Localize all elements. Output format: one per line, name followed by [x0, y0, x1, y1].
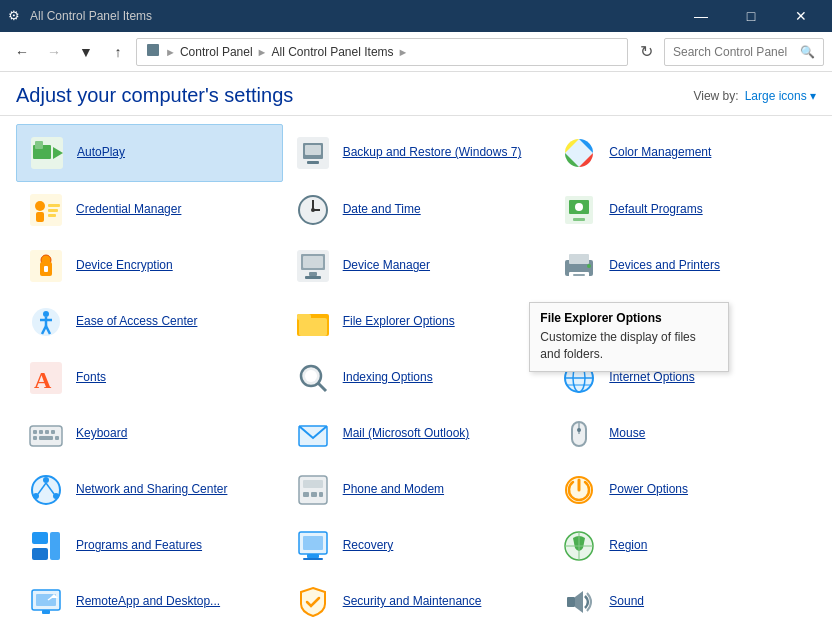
- phone-modem-icon: [293, 470, 333, 510]
- control-item-fonts[interactable]: AFonts: [16, 350, 283, 406]
- recovery-label: Recovery: [343, 538, 394, 554]
- control-item-default-programs[interactable]: Default Programs: [549, 182, 816, 238]
- control-item-backup-restore[interactable]: Backup and Restore (Windows 7): [283, 124, 550, 182]
- svg-rect-92: [303, 558, 323, 560]
- control-item-file-history[interactable]: File History: [549, 294, 816, 350]
- breadcrumb-control-panel[interactable]: Control Panel: [180, 45, 253, 59]
- default-programs-label: Default Programs: [609, 202, 702, 218]
- svg-rect-87: [32, 548, 48, 560]
- svg-text:A: A: [34, 367, 52, 393]
- mail-icon: [293, 414, 333, 454]
- control-item-autoplay[interactable]: AutoPlay: [16, 124, 283, 182]
- devices-printers-label: Devices and Printers: [609, 258, 720, 274]
- svg-rect-0: [147, 44, 159, 56]
- svg-rect-23: [573, 218, 585, 221]
- svg-rect-31: [309, 272, 317, 276]
- backup-restore-label: Backup and Restore (Windows 7): [343, 145, 522, 161]
- credential-manager-icon: [26, 190, 66, 230]
- control-item-file-explorer[interactable]: File Explorer Options: [283, 294, 550, 350]
- device-encryption-label: Device Encryption: [76, 258, 173, 274]
- main-content: Adjust your computer's settings View by:…: [0, 72, 832, 634]
- svg-point-56: [305, 370, 317, 382]
- close-button[interactable]: ✕: [778, 0, 824, 32]
- indexing-label: Indexing Options: [343, 370, 433, 386]
- svg-rect-88: [50, 532, 60, 560]
- breadcrumb-all-items[interactable]: All Control Panel Items: [272, 45, 394, 59]
- remoteapp-label: RemoteApp and Desktop...: [76, 594, 220, 610]
- svg-marker-100: [575, 591, 583, 613]
- control-item-phone-modem[interactable]: Phone and Modem: [283, 462, 550, 518]
- svg-rect-46: [299, 318, 327, 336]
- control-item-credential-manager[interactable]: Credential Manager: [16, 182, 283, 238]
- refresh-button[interactable]: ↻: [632, 38, 660, 66]
- file-history-label: File History: [609, 314, 669, 330]
- control-item-sound[interactable]: Sound: [549, 574, 816, 630]
- view-by-option[interactable]: Large icons ▾: [745, 89, 816, 103]
- svg-point-75: [43, 477, 49, 483]
- dropdown-button[interactable]: ▼: [72, 38, 100, 66]
- svg-rect-30: [303, 256, 323, 268]
- internet-options-icon: [559, 358, 599, 398]
- fonts-label: Fonts: [76, 370, 106, 386]
- control-item-ease-of-access[interactable]: Ease of Access Center: [16, 294, 283, 350]
- control-item-color-management[interactable]: Color Management: [549, 124, 816, 182]
- autoplay-icon: [27, 133, 67, 173]
- svg-rect-34: [569, 254, 589, 264]
- back-button[interactable]: ←: [8, 38, 36, 66]
- minimize-button[interactable]: —: [678, 0, 724, 32]
- search-box[interactable]: 🔍: [664, 38, 824, 66]
- svg-rect-8: [307, 161, 319, 164]
- sound-icon: [559, 582, 599, 622]
- internet-options-label: Internet Options: [609, 370, 694, 386]
- network-sharing-label: Network and Sharing Center: [76, 482, 227, 498]
- date-time-label: Date and Time: [343, 202, 421, 218]
- device-manager-label: Device Manager: [343, 258, 430, 274]
- svg-rect-83: [311, 492, 317, 497]
- control-item-keyboard[interactable]: Keyboard: [16, 406, 283, 462]
- control-item-security-maintenance[interactable]: Security and Maintenance: [283, 574, 550, 630]
- svg-rect-64: [39, 430, 43, 434]
- window-controls: — □ ✕: [678, 0, 824, 32]
- svg-rect-68: [39, 436, 53, 440]
- svg-line-55: [318, 383, 326, 391]
- control-item-device-encryption[interactable]: Device Encryption: [16, 238, 283, 294]
- control-item-date-time[interactable]: Date and Time: [283, 182, 550, 238]
- control-item-mail[interactable]: Mail (Microsoft Outlook): [283, 406, 550, 462]
- svg-rect-50: [569, 322, 581, 325]
- control-item-remoteapp[interactable]: RemoteApp and Desktop...: [16, 574, 283, 630]
- address-path[interactable]: ► Control Panel ► All Control Panel Item…: [136, 38, 628, 66]
- fonts-icon: A: [26, 358, 66, 398]
- indexing-icon: [293, 358, 333, 398]
- power-options-label: Power Options: [609, 482, 688, 498]
- control-item-power-options[interactable]: Power Options: [549, 462, 816, 518]
- control-item-indexing[interactable]: Indexing Options: [283, 350, 550, 406]
- svg-rect-48: [569, 312, 585, 315]
- control-item-device-manager[interactable]: Device Manager: [283, 238, 550, 294]
- svg-rect-81: [303, 480, 323, 488]
- page-title: Adjust your computer's settings: [16, 84, 293, 107]
- control-item-devices-printers[interactable]: Devices and Printers: [549, 238, 816, 294]
- search-input[interactable]: [673, 45, 796, 59]
- maximize-button[interactable]: □: [728, 0, 774, 32]
- control-item-recovery[interactable]: Recovery: [283, 518, 550, 574]
- forward-button[interactable]: →: [40, 38, 68, 66]
- svg-rect-84: [319, 492, 323, 497]
- svg-rect-91: [307, 554, 319, 558]
- app-icon: ⚙: [8, 8, 24, 24]
- file-history-icon: [559, 302, 599, 342]
- control-item-programs-features[interactable]: Programs and Features: [16, 518, 283, 574]
- control-item-mouse[interactable]: Mouse: [549, 406, 816, 462]
- control-item-internet-options[interactable]: Internet Options: [549, 350, 816, 406]
- credential-manager-label: Credential Manager: [76, 202, 181, 218]
- svg-rect-13: [48, 204, 60, 207]
- svg-rect-86: [32, 532, 48, 544]
- svg-rect-99: [567, 597, 575, 607]
- sound-label: Sound: [609, 594, 644, 610]
- control-item-network-sharing[interactable]: Network and Sharing Center: [16, 462, 283, 518]
- up-button[interactable]: ↑: [104, 38, 132, 66]
- programs-features-icon: [26, 526, 66, 566]
- keyboard-label: Keyboard: [76, 426, 127, 442]
- breadcrumb-icon: [145, 42, 161, 61]
- content-header: Adjust your computer's settings View by:…: [0, 72, 832, 116]
- control-item-region[interactable]: Region: [549, 518, 816, 574]
